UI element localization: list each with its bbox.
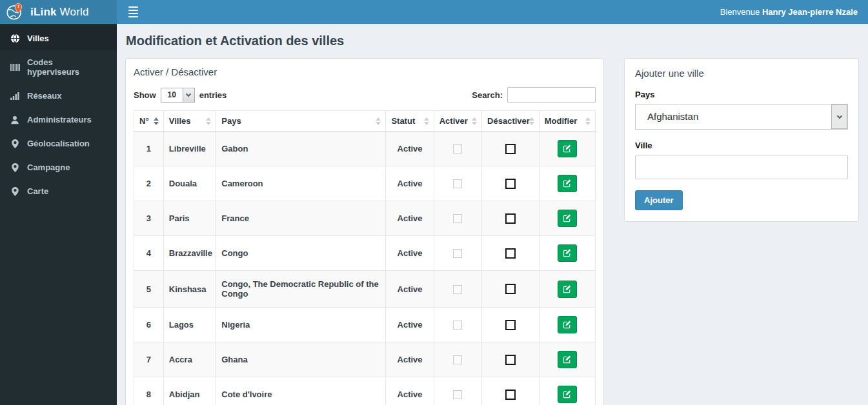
page-length-control: Show 10 entries	[134, 88, 227, 103]
signal-icon	[10, 92, 20, 100]
chevron-down-icon	[183, 88, 194, 102]
ville-cell: Paris	[163, 201, 216, 236]
statut-cell: Active	[386, 377, 434, 405]
sidebar-item-geolocalisation[interactable]: Géolocalisation	[0, 132, 117, 155]
column-header-desactiver[interactable]: Désactiver	[482, 111, 540, 132]
globe-icon	[10, 34, 20, 43]
sidebar-item-administrateurs[interactable]: Administrateurs	[0, 108, 117, 132]
ville-cell: Libreville	[163, 132, 216, 166]
map-marker-icon	[10, 187, 20, 196]
edit-button[interactable]	[558, 175, 577, 192]
modifier-cell	[539, 377, 595, 405]
page-title: Modification et Activation des villes	[126, 34, 859, 48]
sidebar-item-label: Administrateurs	[27, 115, 92, 124]
desactiver-checkbox[interactable]	[505, 284, 516, 294]
sidebar-item-label: Carte	[27, 186, 48, 196]
search-control: Search:	[472, 87, 596, 103]
page-length-select[interactable]: 10	[161, 88, 195, 103]
activer-cell	[434, 166, 481, 201]
activer-checkbox	[453, 355, 462, 364]
desactiver-checkbox[interactable]	[505, 320, 516, 330]
row-number-cell: 4	[134, 236, 164, 271]
barcode-icon	[10, 63, 20, 72]
column-header-villes[interactable]: Villes	[163, 111, 216, 132]
desactiver-cell	[482, 132, 540, 166]
sidebar-toggle-hamburger-icon[interactable]	[127, 4, 139, 20]
ville-input[interactable]	[635, 155, 848, 179]
app-logo-globe-pin-icon: $	[6, 3, 25, 21]
sort-icon	[154, 117, 159, 125]
pays-cell: Cameroon	[216, 166, 386, 201]
row-number-cell: 5	[134, 271, 164, 308]
table-body: 1LibrevilleGabonActive2DoualaCameroonAct…	[134, 132, 596, 405]
desactiver-checkbox[interactable]	[505, 390, 516, 400]
desactiver-checkbox[interactable]	[505, 355, 516, 365]
edit-button[interactable]	[558, 386, 577, 403]
edit-button[interactable]	[558, 316, 577, 333]
table-row: 3ParisFranceActive	[134, 201, 596, 236]
edit-button[interactable]	[558, 244, 577, 262]
sort-icon	[472, 117, 477, 125]
column-header-statut[interactable]: Statut	[386, 111, 434, 132]
column-header-numero[interactable]: N°	[134, 111, 164, 132]
svg-text:$: $	[17, 5, 19, 8]
statut-cell: Active	[386, 201, 434, 236]
statut-cell: Active	[386, 132, 434, 166]
desactiver-cell	[482, 166, 540, 201]
row-number-cell: 1	[134, 132, 164, 166]
ville-cell: Lagos	[163, 308, 216, 342]
pays-select[interactable]: Afghanistan	[635, 104, 848, 130]
desactiver-cell	[482, 342, 540, 377]
search-input[interactable]	[507, 87, 596, 103]
table-row: 7AccraGhanaActive	[134, 342, 596, 377]
sort-icon	[585, 117, 590, 125]
pays-cell: Ghana	[216, 342, 386, 377]
modifier-cell	[539, 342, 595, 377]
edit-icon	[563, 179, 571, 188]
modifier-cell	[539, 271, 595, 308]
desactiver-checkbox[interactable]	[505, 213, 516, 224]
desactiver-checkbox[interactable]	[505, 144, 516, 154]
modifier-cell	[539, 308, 595, 342]
brand[interactable]: $ iLink World	[0, 0, 117, 24]
pays-cell: Congo, The Democratic Republic of the Co…	[216, 271, 386, 308]
activer-cell	[434, 342, 481, 377]
sidebar-item-reseaux[interactable]: Réseaux	[0, 84, 117, 108]
cities-table-panel: Activer / Désactiver Show 10 entries Sea…	[125, 58, 604, 405]
edit-button[interactable]	[558, 281, 577, 298]
ajouter-button[interactable]: Ajouter	[635, 190, 683, 210]
ville-cell: Accra	[163, 342, 216, 377]
sidebar-item-carte[interactable]: Carte	[0, 179, 117, 203]
desactiver-checkbox[interactable]	[505, 248, 516, 259]
activer-cell	[434, 236, 481, 271]
table-row: 8AbidjanCote d'IvoireActive	[134, 377, 596, 405]
chevron-down-icon	[831, 104, 847, 129]
edit-button[interactable]	[558, 210, 577, 227]
column-header-modifier[interactable]: Modifier	[539, 111, 595, 132]
edit-button[interactable]	[558, 140, 577, 157]
table-header-row: N° Villes Pays Statut Activer Désactiver…	[134, 111, 596, 132]
table-row: 6LagosNigeriaActive	[134, 308, 596, 342]
modifier-cell	[539, 236, 595, 271]
column-header-activer[interactable]: Activer	[434, 111, 481, 132]
edit-button[interactable]	[558, 351, 577, 368]
row-number-cell: 6	[134, 308, 164, 342]
activer-checkbox	[453, 144, 462, 153]
edit-icon	[563, 390, 571, 399]
activer-cell	[434, 201, 481, 236]
ville-cell: Abidjan	[163, 377, 216, 405]
row-number-cell: 3	[134, 201, 164, 236]
column-header-pays[interactable]: Pays	[216, 111, 386, 132]
sidebar-item-campagne[interactable]: Campagne	[0, 155, 117, 179]
activer-checkbox	[453, 249, 462, 258]
desactiver-checkbox[interactable]	[505, 179, 516, 189]
sidebar-item-villes[interactable]: Villes	[0, 26, 117, 50]
pays-cell: Congo	[216, 236, 386, 271]
sidebar-item-label: Codes hyperviseurs	[27, 57, 107, 77]
pays-selected-value: Afghanistan	[636, 104, 831, 129]
sort-icon	[424, 117, 429, 125]
show-label: Show	[134, 90, 156, 100]
table-row: 5KinshasaCongo, The Democratic Republic …	[134, 271, 596, 308]
pays-cell: Cote d'Ivoire	[216, 377, 386, 405]
sidebar-item-codes-hyperviseurs[interactable]: Codes hyperviseurs	[0, 50, 117, 84]
